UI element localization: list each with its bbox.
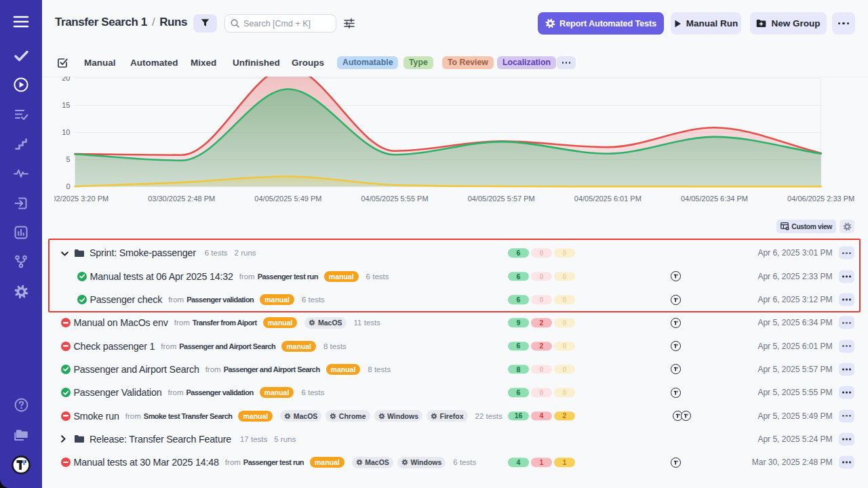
env-chip-windows[interactable]: Windows bbox=[374, 410, 422, 422]
env-chip-windows[interactable]: Windows bbox=[397, 457, 446, 468]
tags-more-button[interactable] bbox=[557, 56, 576, 69]
row-main[interactable]: Passenger and Airport SearchfromPassenge… bbox=[61, 358, 391, 381]
row-more-button[interactable] bbox=[839, 456, 854, 469]
report-button-label: Report Automated Tests bbox=[559, 18, 656, 28]
row-main[interactable]: Passenger checkfromPassenger validationm… bbox=[77, 288, 325, 311]
filter-button[interactable] bbox=[193, 14, 217, 33]
row-more-button[interactable] bbox=[839, 340, 854, 352]
tab-mixed[interactable]: Mixed bbox=[191, 57, 216, 68]
sidebar-item-import-box-icon[interactable] bbox=[0, 195, 42, 212]
run-title[interactable]: Manual tests at 30 Mar 2025 14:48 bbox=[74, 457, 219, 468]
runs-area-chart: 0510152003/02/2025 3:20 PM03/30/2025 2:4… bbox=[54, 77, 868, 207]
manual-badge: manual bbox=[326, 364, 361, 375]
breadcrumb-project[interactable]: Transfer Search 1 bbox=[55, 16, 147, 28]
row-more-button[interactable] bbox=[839, 293, 854, 306]
new-group-button[interactable]: New Group bbox=[750, 12, 827, 35]
run-row: Passenger ValidationfromPassenger valida… bbox=[42, 381, 868, 404]
chevron-down-icon[interactable] bbox=[61, 247, 68, 259]
row-more-button[interactable] bbox=[839, 247, 854, 260]
source-run-link[interactable]: Passenger and Airport Search bbox=[224, 365, 320, 373]
run-title[interactable]: Passenger and Airport Search bbox=[74, 364, 199, 375]
sidebar-item-help-circle-icon[interactable] bbox=[0, 396, 42, 414]
sidebar-item-chart-box-icon[interactable] bbox=[0, 224, 42, 241]
custom-view-button[interactable]: Custom view bbox=[776, 220, 836, 233]
run-source: fromPassenger validation bbox=[168, 388, 254, 396]
status-passed-icon bbox=[61, 388, 71, 397]
search-input[interactable] bbox=[243, 19, 330, 28]
red-count-pill: 2 bbox=[531, 319, 552, 328]
env-chip-label: Windows bbox=[410, 458, 441, 466]
svg-text:04/05/2025 6:01 PM: 04/05/2025 6:01 PM bbox=[574, 195, 642, 203]
source-run-link[interactable]: Passenger test run bbox=[258, 272, 318, 281]
run-title[interactable]: Smoke run bbox=[74, 411, 119, 422]
source-run-link[interactable]: Passenger validation bbox=[186, 388, 254, 396]
row-more-button[interactable] bbox=[839, 270, 854, 283]
sidebar-item-menu-icon[interactable] bbox=[0, 13, 42, 30]
breadcrumb-page[interactable]: Runs bbox=[159, 16, 187, 28]
manual-badge: manual bbox=[260, 387, 294, 398]
run-title[interactable]: Check passenger 1 bbox=[74, 341, 155, 352]
sliders-icon[interactable] bbox=[343, 18, 355, 29]
env-chip-macos[interactable]: MacOS bbox=[352, 457, 393, 468]
env-chip-chrome[interactable]: Chrome bbox=[326, 410, 370, 422]
row-main[interactable]: Passenger ValidationfromPassenger valida… bbox=[61, 381, 324, 404]
source-run-link[interactable]: Passenger test run bbox=[243, 458, 304, 466]
tag-localization[interactable]: Localization bbox=[497, 56, 556, 70]
sidebar-item-folders-icon[interactable] bbox=[0, 426, 42, 444]
select-all-icon[interactable] bbox=[57, 57, 68, 68]
run-title[interactable]: Manual tests at 06 Apr 2025 14:32 bbox=[90, 271, 233, 282]
row-main[interactable]: Smoke runfromSmoke test Transfer Searchm… bbox=[61, 404, 502, 427]
manual-badge: manual bbox=[238, 411, 273, 422]
tag-automatable[interactable]: Automatable bbox=[337, 56, 398, 70]
run-title[interactable]: Passenger Validation bbox=[74, 387, 162, 398]
tag-type[interactable]: Type bbox=[403, 56, 433, 70]
source-run-link[interactable]: Smoke test Transfer Search bbox=[144, 412, 233, 420]
row-more-button[interactable] bbox=[839, 409, 854, 422]
run-row: Smoke runfromSmoke test Transfer Searchm… bbox=[42, 404, 868, 427]
header-more-button[interactable] bbox=[832, 12, 855, 35]
source-run-link[interactable]: Passenger validation bbox=[186, 296, 254, 304]
sidebar-item-logo-avatar[interactable] bbox=[0, 455, 42, 474]
row-more-button[interactable] bbox=[839, 363, 854, 375]
group-title[interactable]: Sprint: Smoke-passenger bbox=[90, 247, 196, 258]
source-run-link[interactable]: Transfer from Aiport bbox=[193, 319, 257, 327]
tag-to-review[interactable]: To Review bbox=[442, 56, 494, 70]
source-run-link[interactable]: Passenger and Airport Search bbox=[179, 342, 275, 350]
tab-manual[interactable]: Manual bbox=[84, 57, 116, 68]
svg-text:20: 20 bbox=[62, 77, 70, 82]
manual-run-button[interactable]: Manual Run bbox=[671, 12, 741, 35]
env-chip-firefox[interactable]: Firefox bbox=[427, 410, 468, 422]
tab-unfinished[interactable]: Unfinished bbox=[233, 57, 280, 68]
sidebar-item-branch-icon[interactable] bbox=[0, 253, 42, 270]
env-chip-macos[interactable]: MacOS bbox=[304, 317, 346, 329]
sidebar-item-gear-icon[interactable] bbox=[0, 283, 42, 300]
sidebar-item-steps-icon[interactable] bbox=[0, 135, 42, 152]
chevron-right-icon[interactable] bbox=[61, 433, 66, 445]
run-date: Apr 5, 2025 5:49 PM bbox=[757, 404, 832, 427]
view-settings-gear-icon[interactable] bbox=[840, 220, 854, 233]
sidebar-item-list-check-icon[interactable] bbox=[0, 106, 42, 123]
report-automated-tests-button[interactable]: Report Automated Tests bbox=[538, 12, 664, 35]
play-icon bbox=[674, 20, 682, 28]
row-main[interactable]: Manual on MacOs envfromTransfer from Aip… bbox=[61, 311, 380, 334]
run-title[interactable]: Passenger check bbox=[90, 294, 163, 305]
breadcrumb: Transfer Search 1/Runs bbox=[55, 16, 187, 29]
tab-automated[interactable]: Automated bbox=[130, 57, 178, 68]
row-main[interactable]: Sprint: Smoke-passenger6 tests2 runs bbox=[61, 241, 256, 264]
sidebar-item-checkmark-icon[interactable] bbox=[0, 47, 42, 64]
row-main[interactable]: Release: Transfer Search Feature17 tests… bbox=[61, 428, 296, 451]
row-more-button[interactable] bbox=[839, 317, 854, 329]
row-main[interactable]: Manual tests at 30 Mar 2025 14:48fromPas… bbox=[61, 451, 476, 474]
run-row: Manual tests at 06 Apr 2025 14:32fromPas… bbox=[42, 265, 868, 288]
row-more-button[interactable] bbox=[839, 386, 854, 399]
sidebar-item-play-circle-icon[interactable] bbox=[0, 76, 42, 94]
row-main[interactable]: Check passenger 1fromPassenger and Airpo… bbox=[61, 335, 347, 358]
tab-groups[interactable]: Groups bbox=[292, 57, 324, 68]
row-main[interactable]: Manual tests at 06 Apr 2025 14:32fromPas… bbox=[77, 265, 389, 288]
group-runs-count: 2 runs bbox=[235, 249, 256, 257]
row-more-button[interactable] bbox=[839, 432, 854, 445]
run-title[interactable]: Manual on MacOs env bbox=[74, 317, 168, 328]
env-chip-macos[interactable]: MacOS bbox=[280, 410, 321, 422]
sidebar-item-pulse-icon[interactable] bbox=[0, 165, 42, 182]
group-title[interactable]: Release: Transfer Search Feature bbox=[90, 434, 231, 445]
